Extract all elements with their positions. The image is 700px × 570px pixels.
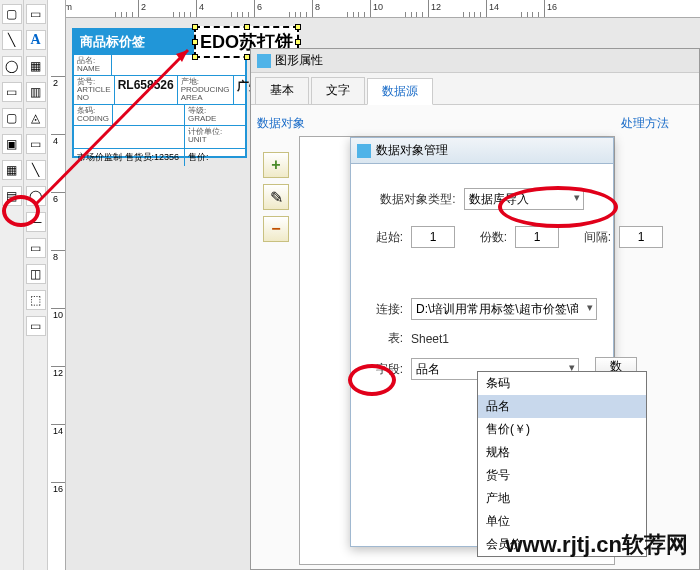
watermark: www.rjtj.cn软荐网 bbox=[505, 530, 688, 560]
tab-basic[interactable]: 基本 bbox=[255, 77, 309, 104]
lbl-type: 数据对象类型: bbox=[380, 191, 455, 208]
obj-buttons: + ✎ − bbox=[257, 136, 295, 565]
tool-generic[interactable]: ╲ bbox=[26, 160, 46, 180]
toolbar-left-1: ▢ ╲ ◯ ▭ ▢ ▣ ▦ ▤ bbox=[0, 0, 24, 570]
dialog-titlebar[interactable]: 数据对象管理 bbox=[351, 138, 613, 164]
toolbar-left-2: ▭ A ▦ ▥ ◬ ▭ ╲ ◯ — ▭ ◫ ⬚ ▭ bbox=[24, 0, 48, 570]
tool-generic[interactable]: ▤ bbox=[2, 186, 22, 206]
tool-generic[interactable]: ▢ bbox=[2, 4, 22, 24]
add-button[interactable]: + bbox=[263, 152, 289, 178]
tool-text[interactable]: A bbox=[26, 30, 46, 50]
remove-button[interactable]: − bbox=[263, 216, 289, 242]
resize-handle[interactable] bbox=[192, 39, 198, 45]
artno-value: RL658526 bbox=[115, 76, 178, 104]
dropdown-option[interactable]: 条码 bbox=[478, 372, 646, 395]
tool-generic[interactable]: ◯ bbox=[2, 56, 22, 76]
tool-generic[interactable]: ▥ bbox=[26, 82, 46, 102]
table-value: Sheet1 bbox=[411, 332, 449, 346]
dropdown-option[interactable]: 货号 bbox=[478, 464, 646, 487]
dropdown-option[interactable]: 品名 bbox=[478, 395, 646, 418]
canvas[interactable]: 商品标价签 品名:NAME 货号:ARTICLE NO RL658526 产地:… bbox=[66, 18, 700, 570]
tool-generic[interactable]: ▦ bbox=[26, 56, 46, 76]
heading-method: 处理方法 bbox=[621, 115, 693, 132]
resize-handle[interactable] bbox=[244, 24, 250, 30]
ruler-vertical: 246810121416 bbox=[48, 0, 66, 570]
resize-handle[interactable] bbox=[295, 24, 301, 30]
tool-generic[interactable]: ◬ bbox=[26, 108, 46, 128]
tool-generic[interactable]: ▭ bbox=[2, 82, 22, 102]
resize-handle[interactable] bbox=[192, 24, 198, 30]
tool-generic[interactable]: ▭ bbox=[26, 134, 46, 154]
tool-generic[interactable]: — bbox=[26, 212, 46, 232]
conn-select[interactable] bbox=[411, 298, 597, 320]
tab-datasource[interactable]: 数据源 bbox=[367, 78, 433, 105]
tool-generic[interactable]: ▢ bbox=[2, 108, 22, 128]
dropdown-option[interactable]: 售价(￥) bbox=[478, 418, 646, 441]
properties-panel: 图形属性 基本 文字 数据源 数据对象 + ✎ − bbox=[250, 48, 700, 570]
start-input[interactable] bbox=[411, 226, 455, 248]
dataobj-box: 数据对象管理 数据对象类型: 起始: bbox=[299, 136, 615, 565]
tool-generic[interactable]: ◫ bbox=[26, 264, 46, 284]
tool-generic[interactable]: ◯ bbox=[26, 186, 46, 206]
type-select[interactable] bbox=[464, 188, 584, 210]
panel-icon bbox=[257, 54, 271, 68]
tool-generic[interactable]: ▣ bbox=[2, 134, 22, 154]
tool-generic[interactable]: ▦ bbox=[2, 160, 22, 180]
tool-generic[interactable]: ⬚ bbox=[26, 290, 46, 310]
tool-generic[interactable]: ▭ bbox=[26, 4, 46, 24]
resize-handle[interactable] bbox=[192, 54, 198, 60]
resize-handle[interactable] bbox=[244, 54, 250, 60]
gap-input[interactable] bbox=[619, 226, 663, 248]
panel-tabs: 基本 文字 数据源 bbox=[251, 73, 699, 105]
edit-button[interactable]: ✎ bbox=[263, 184, 289, 210]
resize-handle[interactable] bbox=[295, 39, 301, 45]
dropdown-option[interactable]: 产地 bbox=[478, 487, 646, 510]
count-input[interactable] bbox=[515, 226, 559, 248]
panel-titlebar: 图形属性 bbox=[251, 49, 699, 73]
ruler-horizontal: cm 246810121416 bbox=[48, 0, 700, 18]
dropdown-option[interactable]: 规格 bbox=[478, 441, 646, 464]
tool-generic[interactable]: ▭ bbox=[26, 238, 46, 258]
dialog-icon bbox=[357, 144, 371, 158]
tool-generic[interactable]: ▭ bbox=[26, 316, 46, 336]
tool-generic[interactable]: ╲ bbox=[2, 30, 22, 50]
dataobj-dialog: 数据对象管理 数据对象类型: 起始: bbox=[350, 137, 614, 547]
tab-text[interactable]: 文字 bbox=[311, 77, 365, 104]
heading-dataobj: 数据对象 bbox=[257, 115, 615, 132]
